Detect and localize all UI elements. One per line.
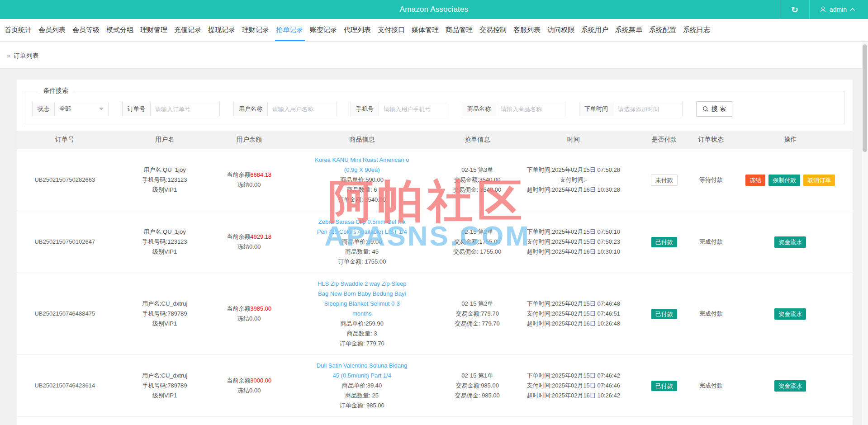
cell-line: 交易佣金: 3540.00 (453, 185, 501, 195)
nav-item-link[interactable]: 商品管理 (446, 19, 473, 41)
cell-line: 用户名:CU_dxtruj (142, 371, 187, 381)
cell-line: 手机号码:123123 (142, 175, 187, 185)
column-header: 用户名 (113, 131, 217, 149)
nav-item-active[interactable]: 抢单记录 (276, 19, 303, 41)
username-input[interactable] (268, 102, 337, 116)
actions-cell: 资金流水 (728, 417, 853, 425)
cell-line: 下单时间:2025年02月15日 07:50:28 (526, 165, 620, 175)
cell-line: 超时时间:2025年02月16日 10:30:28 (526, 185, 620, 195)
phone-input[interactable] (379, 102, 448, 116)
product-cell: Dull Satin Valentino Soluna Bidang 45 (0… (282, 355, 442, 416)
balance-cell: 当前余额4929.18冻结0.00 (217, 211, 282, 273)
status-selected-value: 全部 (59, 105, 71, 113)
balance-cell: 当前余额3000.00冻结0.00 (217, 417, 282, 425)
order-status-cell: 完成付款 (694, 417, 728, 425)
cell-line: 下单时间:2025年02月15日 07:50:10 (526, 227, 620, 237)
order-time-input[interactable] (613, 102, 682, 116)
username-group: 用户名称 (233, 102, 337, 116)
app-title: Amazon Associates (400, 5, 469, 14)
table-row: UB2502150746423614用户名:CU_dxtruj手机号码:7897… (17, 354, 853, 416)
search-button-label: 搜 索 (711, 105, 726, 113)
balance-frozen: 冻结0.00 (237, 180, 261, 190)
product-link[interactable]: Zebra Sarasa Clip 0.5mm Gel Ink Pen (20 … (314, 217, 410, 237)
header-actions: ↻ admin (780, 0, 868, 19)
cell-line: 商品数量: 3 (347, 329, 377, 339)
nav-item-link[interactable]: 会员等级 (72, 19, 100, 41)
cell-line: 手机号码:789789 (142, 381, 187, 391)
nav-item-link[interactable]: 支付接口 (378, 19, 405, 41)
pay-status-badge: 已付款 (651, 309, 677, 319)
balance-frozen: 冻结0.00 (237, 242, 261, 252)
nav-item-link[interactable]: 充值记录 (174, 19, 201, 41)
column-header: 用户余额 (217, 131, 282, 149)
grab-info-cell: 02-15 第1单交易金额:1488.00交易佣金: 1488.00 (442, 417, 512, 425)
cell-line: 交易金额:779.70 (456, 309, 499, 319)
product-cell: Alas Meja Makan Table Cloth Dining Table… (282, 417, 442, 425)
freeze-button[interactable]: 冻结 (745, 175, 765, 186)
table-row: UB2502150750102647用户名:QU_1joy手机号码:123123… (17, 211, 853, 273)
cell-line: 级别VIP1 (152, 247, 177, 257)
pay-status-badge: 未付款 (651, 175, 678, 186)
nav-item-link[interactable]: 系统配置 (649, 19, 676, 41)
order-number: UB2502150746488475 (34, 309, 95, 319)
cell-line: 支付时间:2025年02月15日 07:50:23 (526, 237, 620, 247)
nav-item-link[interactable]: 理财管理 (140, 19, 167, 41)
cancel-order-button[interactable]: 取消订单 (803, 175, 835, 186)
product-cell: HLS Zip Swaddle 2 way Zip Sleep Bag New … (282, 273, 442, 354)
content-area: 条件搜索 状态 全部 订单号 用户名称 手 (0, 69, 868, 425)
refresh-icon: ↻ (791, 5, 798, 14)
search-button[interactable]: 搜 索 (696, 101, 732, 117)
nav-item-link[interactable]: 提现记录 (208, 19, 235, 41)
balance-amount: 6684.18 (250, 171, 271, 178)
nav-item-link[interactable]: 系统菜单 (615, 19, 642, 41)
cell-line: 级别VIP1 (152, 319, 177, 329)
search-legend: 条件搜索 (38, 87, 73, 95)
cell-line: 订单金额: 1755.00 (338, 257, 386, 267)
actions-cell: 资金流水 (728, 355, 853, 416)
cell-line: 级别VIP1 (152, 185, 177, 195)
nav-item-link[interactable]: 账变记录 (310, 19, 337, 41)
product-cell: Korea KANU Mini Roast American o (0.9g X… (282, 149, 442, 211)
status-select[interactable]: 全部 (55, 102, 108, 116)
nav-item-link[interactable]: 访问权限 (547, 19, 574, 41)
nav-item-link[interactable]: 客服列表 (513, 19, 541, 41)
product-name-label: 商品名称 (462, 102, 496, 116)
nav-item-link[interactable]: 理财记录 (242, 19, 269, 41)
nav-item-link[interactable]: 系统用户 (581, 19, 608, 41)
nav-item-link[interactable]: 模式分组 (106, 19, 133, 41)
refresh-button[interactable]: ↻ (780, 0, 809, 19)
column-header: 时间 (512, 131, 635, 149)
cell-line: 02-15 第2单 (461, 299, 493, 309)
time-cell: 下单时间:2025年02月15日 07:50:10支付时间:2025年02月15… (512, 211, 635, 273)
fund-flow-button[interactable]: 资金流水 (774, 380, 806, 392)
cell-line: 02-15 第2单 (461, 227, 493, 237)
product-name-input[interactable] (496, 102, 565, 116)
nav-item-link[interactable]: 首页统计 (5, 19, 32, 41)
nav-item-link[interactable]: 交易控制 (479, 19, 507, 41)
fund-flow-button[interactable]: 资金流水 (774, 236, 806, 248)
cell-line: 商品单价:590.00 (341, 175, 384, 185)
nav-item-link[interactable]: 媒体管理 (412, 19, 439, 41)
nav-item-link[interactable]: 系统日志 (683, 19, 710, 41)
product-link[interactable]: Dull Satin Valentino Soluna Bidang 45 (0… (314, 361, 410, 381)
product-link[interactable]: Korea KANU Mini Roast American o (0.9g X… (314, 155, 410, 175)
nav-item-link[interactable]: 代理列表 (344, 19, 371, 41)
force-pay-button[interactable]: 强制付款 (768, 175, 800, 186)
nav-item-link[interactable]: 会员列表 (38, 19, 66, 41)
time-cell: 下单时间:2025年02月15日 07:46:48支付时间:2025年02月15… (512, 273, 635, 354)
table-body: UB2502150750282663用户名:QU_1joy手机号码:123123… (17, 149, 853, 425)
scrollbar-thumb[interactable] (863, 44, 867, 152)
user-cell: 用户名:QU_1joy手机号码:123123级别VIP1 (113, 149, 217, 211)
order-no-input[interactable] (151, 102, 219, 116)
order-status: 完成付款 (699, 237, 723, 247)
cell-line: 交易金额:3540.00 (454, 175, 501, 185)
product-link[interactable]: Alas Meja Makan Table Cloth Dining Table… (314, 423, 410, 425)
admin-menu[interactable]: admin (809, 0, 868, 19)
actions-cell: 资金流水 (728, 273, 853, 354)
grab-info-cell: 02-15 第2单交易金额:1755.00交易佣金: 1755.00 (442, 211, 512, 273)
fund-flow-button[interactable]: 资金流水 (774, 308, 806, 320)
product-link[interactable]: HLS Zip Swaddle 2 way Zip Sleep Bag New … (314, 279, 410, 319)
actions-cell: 资金流水 (728, 211, 853, 273)
pay-status-cell: 已付款 (635, 273, 694, 354)
order-status-cell: 等待付款 (694, 149, 728, 211)
